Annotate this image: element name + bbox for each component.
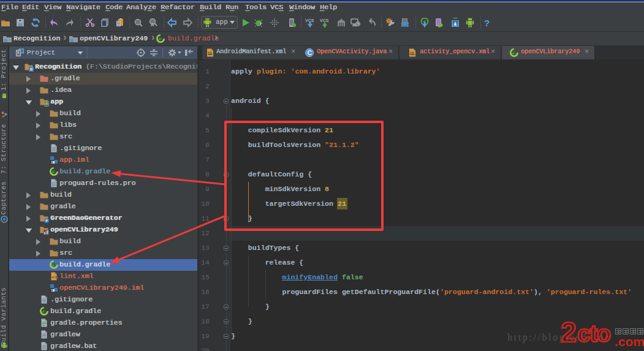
svg-text:C: C bbox=[308, 49, 313, 56]
svg-text:A: A bbox=[151, 22, 154, 28]
svg-text:VCS: VCS bbox=[320, 18, 329, 23]
svg-text:<>: <> bbox=[51, 274, 58, 280]
svg-text:VCS: VCS bbox=[305, 18, 314, 23]
svg-text:<>: <> bbox=[208, 51, 213, 56]
svg-text:<>: <> bbox=[411, 51, 415, 56]
